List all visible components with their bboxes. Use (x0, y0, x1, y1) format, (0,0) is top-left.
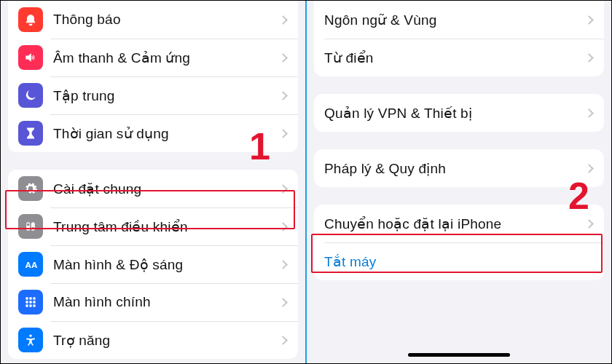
row-transfer-reset[interactable]: Chuyển hoặc đặt lại iPhone (314, 205, 604, 242)
svg-rect-6 (29, 297, 31, 299)
row-dictionary[interactable]: Từ điển (314, 39, 604, 76)
row-focus[interactable]: Tập trung (8, 76, 298, 114)
svg-rect-11 (26, 304, 28, 306)
row-label: Pháp lý & Quy định (324, 160, 586, 177)
text-size-icon: AA (18, 252, 43, 277)
general-right-pane: Ngôn ngữ & Vùng Từ điển Quản lý VPN & Th… (307, 1, 611, 363)
general-group-legal: Pháp lý & Quy định (314, 149, 604, 187)
chevron-right-icon (584, 53, 594, 63)
chevron-right-icon (584, 15, 594, 25)
row-vpn-device[interactable]: Quản lý VPN & Thiết bị (314, 94, 604, 132)
row-legal[interactable]: Pháp lý & Quy định (314, 149, 604, 187)
row-label: Tập trung (53, 87, 280, 104)
accessibility-icon (18, 328, 43, 352)
row-label: Chuyển hoặc đặt lại iPhone (324, 215, 586, 232)
settings-group-notifications: Thông báo Âm thanh & Cảm ứng Tập trung T… (8, 1, 298, 152)
row-label: Trợ năng (53, 332, 280, 349)
chevron-right-icon (278, 336, 288, 345)
row-label: Thông báo (53, 12, 280, 28)
svg-rect-5 (26, 297, 28, 299)
row-sounds[interactable]: Âm thanh & Cảm ứng (8, 39, 298, 76)
settings-group-general: Cài đặt chung Trung tâm điều khiển AA Mà… (8, 170, 298, 359)
grid-icon (18, 290, 43, 314)
row-label: Cài đặt chung (53, 181, 280, 197)
row-general[interactable]: Cài đặt chung (8, 170, 298, 207)
row-label: Trung tâm điều khiển (53, 218, 280, 235)
row-control-center[interactable]: Trung tâm điều khiển (8, 207, 298, 245)
svg-rect-8 (26, 301, 28, 303)
home-indicator (408, 353, 510, 357)
chevron-right-icon (278, 129, 288, 138)
general-group-reset: Chuyển hoặc đặt lại iPhone Tắt máy (314, 205, 604, 280)
row-home-screen[interactable]: Màn hình chính (8, 283, 298, 321)
row-label: Ngôn ngữ & Vùng (324, 12, 586, 28)
row-label: Thời gian sử dụng (53, 125, 280, 142)
row-label: Màn hình chính (53, 294, 280, 310)
chevron-right-icon (278, 184, 288, 194)
row-display[interactable]: AA Màn hình & Độ sáng (8, 245, 298, 283)
sliders-icon (18, 214, 43, 239)
row-label: Tắt máy (324, 253, 594, 270)
svg-point-3 (32, 227, 35, 230)
row-label: Quản lý VPN & Thiết bị (324, 105, 586, 122)
svg-rect-9 (29, 301, 31, 303)
moon-icon (18, 83, 43, 108)
row-label: Màn hình & Độ sáng (53, 256, 280, 273)
svg-rect-13 (33, 304, 35, 306)
chevron-right-icon (278, 53, 288, 63)
row-accessibility[interactable]: Trợ năng (8, 321, 298, 359)
chevron-right-icon (278, 15, 288, 25)
row-label: Từ điển (324, 50, 586, 66)
hourglass-icon (18, 121, 43, 146)
bell-icon (18, 7, 43, 32)
general-group-vpn: Quản lý VPN & Thiết bị (314, 94, 604, 132)
chevron-right-icon (584, 108, 594, 118)
gear-icon (18, 176, 43, 201)
chevron-right-icon (278, 298, 288, 307)
row-label: Âm thanh & Cảm ứng (53, 50, 280, 66)
svg-point-14 (29, 335, 31, 337)
row-screentime[interactable]: Thời gian sử dụng (8, 114, 298, 152)
chevron-right-icon (278, 222, 288, 232)
svg-rect-10 (33, 301, 35, 303)
speaker-icon (18, 45, 43, 70)
row-language-region[interactable]: Ngôn ngữ & Vùng (314, 1, 604, 39)
chevron-right-icon (584, 164, 594, 173)
svg-point-1 (27, 223, 30, 226)
chevron-right-icon (278, 91, 288, 100)
row-shutdown[interactable]: Tắt máy (314, 242, 604, 280)
chevron-right-icon (584, 219, 594, 229)
svg-text:AA: AA (26, 260, 38, 269)
row-notifications[interactable]: Thông báo (8, 1, 298, 39)
settings-left-pane: Thông báo Âm thanh & Cảm ứng Tập trung T… (1, 1, 305, 363)
general-group-language: Ngôn ngữ & Vùng Từ điển (314, 1, 604, 76)
svg-rect-12 (29, 304, 31, 306)
chevron-right-icon (278, 260, 288, 269)
svg-rect-7 (33, 297, 35, 299)
